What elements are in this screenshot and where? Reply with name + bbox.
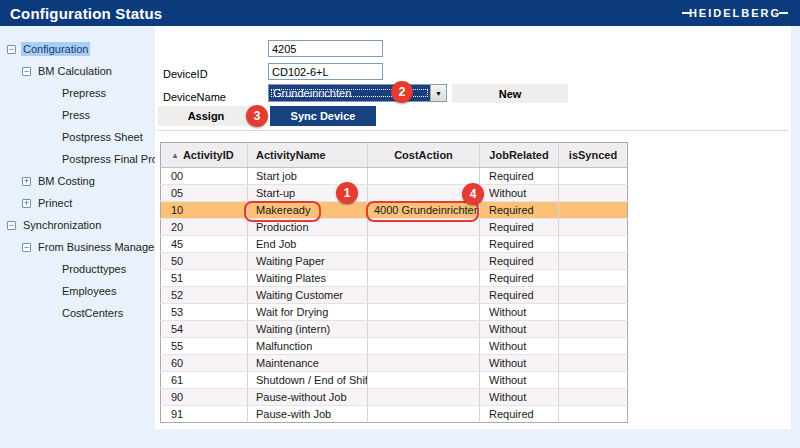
sidebar-item-bm-costing[interactable]: +BM Costing (0, 170, 155, 192)
column-header-job-related[interactable]: JobRelated (480, 143, 559, 168)
table-row-activity-61[interactable]: 61Shutdown / End of ShiftWithout (161, 372, 628, 389)
sidebar-item-label: Configuration (21, 42, 90, 56)
collapse-icon[interactable]: − (7, 221, 16, 230)
cell-id: 05 (161, 185, 248, 202)
table-row-activity-05[interactable]: 05Start-upWithout (161, 185, 628, 202)
sidebar-item-costcenters[interactable]: CostCenters (0, 302, 155, 324)
cell-id: 53 (161, 304, 248, 321)
table-row-activity-52[interactable]: 52Waiting CustomerRequired (161, 287, 628, 304)
cost-actions-select[interactable]: Grundeinrichten ▼ (268, 84, 447, 102)
new-button[interactable]: New (452, 84, 568, 103)
column-header-is-synced[interactable]: isSynced (559, 143, 628, 168)
cell-name: End Job (248, 236, 368, 253)
cell-id: 20 (161, 219, 248, 236)
sidebar-item-producttypes[interactable]: Producttypes (0, 258, 155, 280)
cell-job: Without (480, 338, 559, 355)
table-row-activity-55[interactable]: 55MalfunctionWithout (161, 338, 628, 355)
collapse-icon[interactable]: − (7, 45, 16, 54)
cell-id: 10 (161, 202, 248, 219)
sidebar-item-prepress[interactable]: Prepress (0, 82, 155, 104)
cell-name: Wait for Drying (248, 304, 368, 321)
cell-synced (559, 304, 628, 321)
main-panel: DeviceID DeviceName CostActions Grundein… (155, 26, 791, 429)
highlight-box-cost-action (366, 201, 479, 222)
cell-id: 90 (161, 389, 248, 406)
device-id-input[interactable] (268, 40, 383, 57)
column-header-activity-id[interactable]: ▲ActivityID (161, 143, 248, 168)
cell-job: Without (480, 372, 559, 389)
sidebar-item-label: CostCenters (60, 306, 125, 320)
cell-job: Required (480, 253, 559, 270)
sidebar-item-prinect[interactable]: +Prinect (0, 192, 155, 214)
sidebar-item-label: Postpress Sheet (60, 130, 145, 144)
cell-id: 55 (161, 338, 248, 355)
table-row-activity-45[interactable]: 45End JobRequired (161, 236, 628, 253)
sidebar-item-synchronization[interactable]: −Synchronization (0, 214, 155, 236)
cell-synced (559, 253, 628, 270)
sort-ascending-icon: ▲ (171, 151, 179, 160)
cell-cost (368, 287, 480, 304)
sidebar-item-label: Producttypes (60, 262, 128, 276)
cell-synced (559, 287, 628, 304)
cell-job: Without (480, 304, 559, 321)
cell-cost (368, 389, 480, 406)
table-row-activity-51[interactable]: 51Waiting PlatesRequired (161, 270, 628, 287)
callout-badge-2: 2 (391, 81, 413, 103)
heidelberg-logo: HEIDELBERG (682, 7, 788, 19)
cell-cost (368, 372, 480, 389)
column-header-activity-name[interactable]: ActivityName (248, 143, 368, 168)
cell-job: Without (480, 185, 559, 202)
cell-cost (368, 253, 480, 270)
cell-name: Waiting Customer (248, 287, 368, 304)
chevron-down-icon[interactable]: ▼ (430, 85, 446, 101)
cell-name: Pause-with Job (248, 406, 368, 423)
table-header-row: ▲ActivityID ActivityName CostAction JobR… (161, 143, 628, 168)
table-row-activity-00[interactable]: 00Start jobRequired (161, 168, 628, 185)
cell-cost (368, 270, 480, 287)
cell-synced (559, 270, 628, 287)
expand-icon[interactable]: + (22, 199, 31, 208)
logo-dash-icon (779, 12, 788, 14)
sidebar-item-bm-calculation[interactable]: −BM Calculation (0, 60, 155, 82)
sidebar-item-press[interactable]: Press (0, 104, 155, 126)
cell-synced (559, 338, 628, 355)
cell-id: 50 (161, 253, 248, 270)
assign-button[interactable]: Assign (158, 106, 254, 126)
column-header-cost-action[interactable]: CostAction (368, 143, 480, 168)
table-row-activity-60[interactable]: 60MaintenanceWithout (161, 355, 628, 372)
cell-synced (559, 168, 628, 185)
sidebar-item-employees[interactable]: Employees (0, 280, 155, 302)
sidebar-item-label: Employees (60, 284, 118, 298)
sidebar-item-configuration[interactable]: −Configuration (0, 38, 155, 60)
expand-icon[interactable]: + (22, 177, 31, 186)
sidebar-item-label: From Business Manager (36, 240, 160, 254)
activities-table: ▲ActivityID ActivityName CostAction JobR… (160, 142, 628, 423)
navigation-tree: −Configuration−BM CalculationPrepressPre… (0, 26, 155, 448)
sidebar-item-postpress-sheet[interactable]: Postpress Sheet (0, 126, 155, 148)
cell-synced (559, 202, 628, 219)
cell-id: 54 (161, 321, 248, 338)
sync-device-button[interactable]: Sync Device (270, 106, 376, 126)
collapse-icon[interactable]: − (22, 243, 31, 252)
sidebar-item-from-business-manager[interactable]: −From Business Manager (0, 236, 155, 258)
cell-cost (368, 168, 480, 185)
sidebar-item-postpress-final-product[interactable]: Postpress Final Product (0, 148, 155, 170)
device-name-input[interactable] (268, 63, 383, 80)
collapse-icon[interactable]: − (22, 67, 31, 76)
table-row-activity-90[interactable]: 90Pause-without JobWithout (161, 389, 628, 406)
table-row-activity-53[interactable]: 53Wait for DryingWithout (161, 304, 628, 321)
table-row-activity-54[interactable]: 54Waiting (intern)Without (161, 321, 628, 338)
highlight-box-makeready (244, 201, 321, 222)
cell-cost (368, 236, 480, 253)
cell-job: Required (480, 219, 559, 236)
table-row-activity-91[interactable]: 91Pause-with JobRequired (161, 406, 628, 423)
table-row-activity-50[interactable]: 50Waiting PaperRequired (161, 253, 628, 270)
cell-synced (559, 321, 628, 338)
cell-name: Shutdown / End of Shift (248, 372, 368, 389)
page-title: Configuration Status (10, 5, 162, 22)
cell-cost (368, 338, 480, 355)
device-id-label: DeviceID (163, 68, 208, 80)
logo-text: HEIDELBERG (689, 7, 781, 19)
cell-id: 52 (161, 287, 248, 304)
header-bar: Configuration Status HEIDELBERG (0, 0, 800, 26)
